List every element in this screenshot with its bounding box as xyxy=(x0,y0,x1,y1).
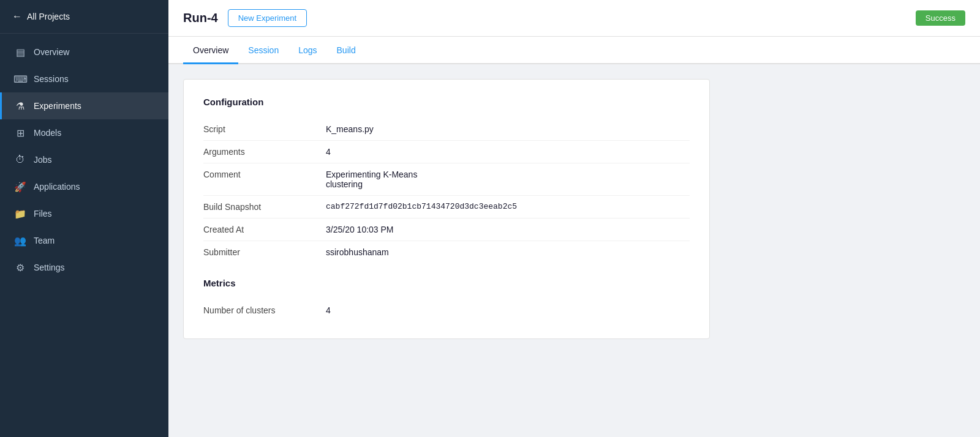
metrics-value: 4 xyxy=(326,305,690,315)
sidebar-label-settings: Settings xyxy=(34,263,65,272)
tab-build[interactable]: Build xyxy=(327,37,366,64)
back-label: All Projects xyxy=(27,12,70,21)
sidebar-label-applications: Applications xyxy=(34,182,80,192)
applications-icon: 🚀 xyxy=(14,181,26,193)
sidebar-item-team[interactable]: 👥 Team xyxy=(0,227,168,254)
page-header: Run-4 New Experiment Success xyxy=(168,0,980,37)
sidebar-label-sessions: Sessions xyxy=(34,74,69,84)
overview-icon: ▤ xyxy=(14,46,26,58)
sidebar-item-files[interactable]: 📁 Files xyxy=(0,200,168,227)
config-value: Experimenting K-Meansclustering xyxy=(326,170,690,189)
experiments-icon: ⚗ xyxy=(14,100,26,112)
status-badge: Success xyxy=(916,10,965,26)
config-label: Script xyxy=(203,124,326,134)
config-value: 3/25/20 10:03 PM xyxy=(326,225,690,234)
sidebar-label-team: Team xyxy=(34,236,55,245)
sidebar-item-applications[interactable]: 🚀 Applications xyxy=(0,173,168,200)
files-icon: 📁 xyxy=(14,207,26,220)
config-label: Created At xyxy=(203,225,326,234)
page-title: Run-4 xyxy=(183,11,218,25)
jobs-icon: ⏱ xyxy=(14,154,26,166)
main-content: Run-4 New Experiment Success OverviewSes… xyxy=(168,0,980,437)
config-value: ssirobhushanam xyxy=(326,247,690,257)
sidebar-item-jobs[interactable]: ⏱ Jobs xyxy=(0,146,168,173)
config-value: 4 xyxy=(326,147,690,157)
sidebar-item-overview[interactable]: ▤ Overview xyxy=(0,39,168,65)
sidebar-label-overview: Overview xyxy=(34,47,69,57)
sidebar-divider xyxy=(0,33,168,34)
sidebar: ← All Projects ▤ Overview ⌨ Sessions ⚗ E… xyxy=(0,0,168,437)
config-row: Submitter ssirobhushanam xyxy=(203,241,690,263)
new-experiment-button[interactable]: New Experiment xyxy=(228,9,307,27)
tab-session[interactable]: Session xyxy=(238,37,288,64)
config-value: cabf272fd1d7fd02b1cb71434720d3dc3eeab2c5 xyxy=(326,202,690,212)
metrics-label: Number of clusters xyxy=(203,305,326,315)
back-arrow-icon: ← xyxy=(12,11,22,22)
models-icon: ⊞ xyxy=(14,127,26,139)
content-area: Configuration Script K_means.py Argument… xyxy=(168,64,980,437)
sidebar-label-experiments: Experiments xyxy=(34,101,81,111)
tab-logs[interactable]: Logs xyxy=(288,37,326,64)
config-label: Submitter xyxy=(203,247,326,257)
config-row: Comment Experimenting K-Meansclustering xyxy=(203,163,690,196)
sidebar-item-settings[interactable]: ⚙ Settings xyxy=(0,254,168,281)
overview-card: Configuration Script K_means.py Argument… xyxy=(183,79,710,339)
config-row: Build Snapshot cabf272fd1d7fd02b1cb71434… xyxy=(203,196,690,219)
settings-icon: ⚙ xyxy=(14,261,26,274)
sidebar-item-experiments[interactable]: ⚗ Experiments xyxy=(0,92,168,119)
sidebar-label-files: Files xyxy=(34,209,52,219)
team-icon: 👥 xyxy=(14,234,26,247)
config-label: Arguments xyxy=(203,147,326,157)
metrics-section-title: Metrics xyxy=(203,278,690,288)
config-row: Script K_means.py xyxy=(203,118,690,141)
configuration-section-title: Configuration xyxy=(203,97,690,107)
config-label: Build Snapshot xyxy=(203,202,326,212)
tabs-bar: OverviewSessionLogsBuild xyxy=(168,37,980,64)
sessions-icon: ⌨ xyxy=(14,73,26,85)
sidebar-item-sessions[interactable]: ⌨ Sessions xyxy=(0,65,168,92)
metrics-row: Number of clusters 4 xyxy=(203,299,690,321)
tab-overview[interactable]: Overview xyxy=(183,37,238,64)
sidebar-label-models: Models xyxy=(34,128,61,138)
config-value: K_means.py xyxy=(326,124,690,134)
config-label: Comment xyxy=(203,170,326,189)
sidebar-label-jobs: Jobs xyxy=(34,155,52,165)
config-row: Created At 3/25/20 10:03 PM xyxy=(203,219,690,241)
back-to-projects[interactable]: ← All Projects xyxy=(0,0,168,33)
sidebar-item-models[interactable]: ⊞ Models xyxy=(0,119,168,146)
config-row: Arguments 4 xyxy=(203,141,690,163)
